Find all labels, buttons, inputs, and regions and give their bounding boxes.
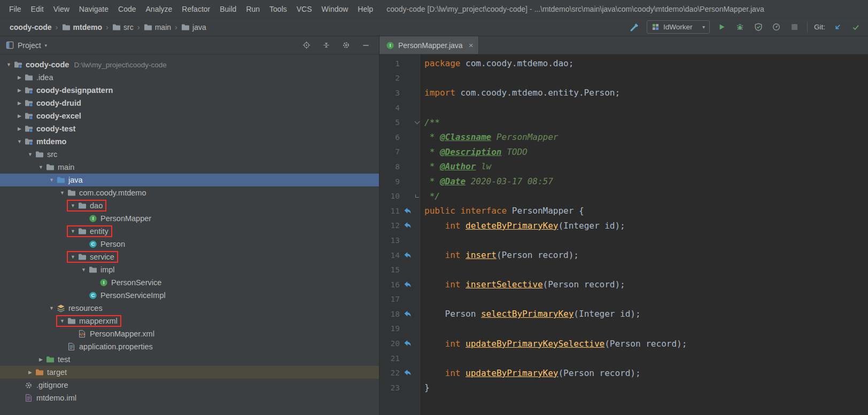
menu-navigate[interactable]: Navigate: [74, 0, 113, 18]
tree-row-test[interactable]: ▶test: [0, 353, 379, 366]
tree-row-personmapper-xml[interactable]: </>PersonMapper.xml: [0, 327, 379, 340]
tree-row-idea[interactable]: ▶.idea: [0, 71, 379, 84]
tree-row-com-coody-mtdemo[interactable]: ▼com.coody.mtdemo: [0, 186, 379, 199]
expanded-arrow-icon[interactable]: ▼: [58, 190, 67, 195]
menu-window[interactable]: Window: [317, 0, 353, 18]
code-line-23[interactable]: 23}: [379, 380, 868, 395]
tree-row-coody-excel[interactable]: ▶coody-excel: [0, 109, 379, 122]
line-number[interactable]: 4: [379, 104, 401, 112]
tree-row-resources[interactable]: ▼resources: [0, 302, 379, 315]
tree-row-personservice[interactable]: IPersonService: [0, 276, 379, 289]
settings-gear-icon[interactable]: [340, 40, 352, 51]
expanded-arrow-icon[interactable]: ▼: [68, 203, 78, 208]
tree-row-src[interactable]: ▼src: [0, 148, 379, 161]
expanded-arrow-icon[interactable]: ▼: [4, 62, 13, 67]
line-number[interactable]: 21: [379, 354, 401, 363]
menu-file[interactable]: File: [4, 0, 26, 18]
line-number[interactable]: 19: [379, 324, 401, 333]
collapsed-arrow-icon[interactable]: ▶: [36, 357, 45, 362]
line-number[interactable]: 12: [379, 221, 401, 230]
code-line-13[interactable]: 13: [379, 233, 868, 248]
menu-vcs[interactable]: VCS: [292, 0, 317, 18]
expanded-arrow-icon[interactable]: ▼: [26, 152, 35, 157]
tree-row-mtdemo-iml[interactable]: mtdemo.iml: [0, 391, 379, 404]
collapsed-arrow-icon[interactable]: ▶: [15, 75, 24, 80]
line-number[interactable]: 15: [379, 265, 401, 274]
fold-marker-end[interactable]: [414, 194, 420, 198]
line-number[interactable]: 13: [379, 236, 401, 245]
collapsed-arrow-icon[interactable]: ▶: [15, 100, 24, 106]
line-number[interactable]: 2: [379, 74, 401, 82]
code-line-17[interactable]: 17: [379, 292, 868, 307]
tree-row-service[interactable]: ▼service: [0, 250, 379, 263]
tree-row-coody-code[interactable]: ▼coody-codeD:\lw\my_project\coody-code: [0, 58, 379, 71]
tree-row-java[interactable]: ▼java: [0, 174, 379, 186]
menu-tools[interactable]: Tools: [265, 0, 292, 18]
collapse-all-button[interactable]: [320, 40, 332, 51]
menu-analyze[interactable]: Analyze: [141, 0, 177, 18]
build-hammer-icon[interactable]: [629, 21, 640, 33]
breadcrumb-item-main[interactable]: main: [142, 22, 173, 33]
collapsed-arrow-icon[interactable]: ▶: [15, 88, 24, 93]
menu-code[interactable]: Code: [113, 0, 141, 18]
line-number[interactable]: 23: [379, 383, 401, 392]
line-number[interactable]: 9: [379, 177, 401, 186]
tree-row-personserviceimpl[interactable]: CPersonServiceImpl: [0, 289, 379, 302]
vcs-commit-button[interactable]: [850, 21, 862, 33]
locate-file-button[interactable]: [300, 40, 312, 51]
hide-panel-button[interactable]: [360, 40, 371, 51]
mybatis-mapper-arrow-icon[interactable]: [401, 207, 414, 215]
collapsed-arrow-icon[interactable]: ▶: [15, 126, 24, 131]
code-line-7[interactable]: 7 * @Description TODO: [379, 145, 868, 160]
expanded-arrow-icon[interactable]: ▼: [36, 165, 45, 170]
line-number[interactable]: 22: [379, 369, 401, 377]
code-line-18[interactable]: 18 Person selectByPrimaryKey(Integer id)…: [379, 307, 868, 322]
run-button[interactable]: [716, 21, 728, 33]
tab-personmapper-java[interactable]: I PersonMapper.java ×: [379, 36, 479, 54]
tree-row-coody-druid[interactable]: ▶coody-druid: [0, 97, 379, 109]
code-line-3[interactable]: 3import com.coody.mtdemo.entity.Person;: [379, 85, 868, 100]
code-line-21[interactable]: 21: [379, 351, 868, 366]
code-line-14[interactable]: 14 int insert(Person record);: [379, 248, 868, 263]
mybatis-mapper-arrow-icon[interactable]: [401, 369, 414, 377]
mybatis-mapper-arrow-icon[interactable]: [401, 340, 414, 347]
line-number[interactable]: 18: [379, 310, 401, 318]
breadcrumb-item-mtdemo[interactable]: mtdemo: [60, 22, 104, 33]
vcs-update-button[interactable]: [832, 21, 843, 33]
tree-row-gitignore[interactable]: .gitignore: [0, 379, 379, 391]
tree-row-target[interactable]: ▶target: [0, 366, 379, 379]
code-line-1[interactable]: 1package com.coody.mtdemo.dao;: [379, 56, 868, 71]
line-number[interactable]: 17: [379, 295, 401, 303]
line-number[interactable]: 1: [379, 59, 401, 68]
menu-build[interactable]: Build: [215, 0, 241, 18]
mybatis-mapper-arrow-icon[interactable]: [401, 222, 414, 229]
line-number[interactable]: 16: [379, 280, 401, 289]
expanded-arrow-icon[interactable]: ▼: [58, 318, 67, 324]
stop-button[interactable]: [789, 21, 801, 33]
breadcrumb-item-src[interactable]: src: [110, 22, 136, 33]
debug-button[interactable]: [734, 21, 746, 33]
code-line-9[interactable]: 9 * @Date 2020-03-17 08:57: [379, 174, 868, 189]
expanded-arrow-icon[interactable]: ▼: [68, 254, 78, 260]
expanded-arrow-icon[interactable]: ▼: [79, 267, 88, 272]
code-line-11[interactable]: 11public interface PersonMapper {: [379, 203, 868, 218]
project-panel-title[interactable]: Project: [18, 41, 41, 50]
line-number[interactable]: 14: [379, 251, 401, 260]
chevron-down-icon[interactable]: ▾: [45, 43, 48, 48]
code-line-5[interactable]: 5/**: [379, 115, 868, 130]
expanded-arrow-icon[interactable]: ▼: [47, 306, 56, 311]
expanded-arrow-icon[interactable]: ▼: [47, 177, 56, 183]
code-line-16[interactable]: 16 int insertSelective(Person record);: [379, 277, 868, 292]
line-number[interactable]: 7: [379, 147, 401, 156]
collapsed-arrow-icon[interactable]: ▶: [26, 370, 35, 375]
collapsed-arrow-icon[interactable]: ▶: [15, 113, 24, 119]
tree-row-impl[interactable]: ▼impl: [0, 263, 379, 276]
tree-row-application-properties[interactable]: application.properties: [0, 340, 379, 353]
mybatis-mapper-arrow-icon[interactable]: [401, 281, 414, 288]
code-line-12[interactable]: 12 int deleteByPrimaryKey(Integer id);: [379, 218, 868, 233]
mybatis-mapper-arrow-icon[interactable]: [401, 310, 414, 318]
breadcrumb-item-coody-code[interactable]: coody-code: [7, 22, 54, 33]
expanded-arrow-icon[interactable]: ▼: [15, 139, 24, 144]
code-line-15[interactable]: 15: [379, 262, 868, 277]
coverage-button[interactable]: [753, 21, 764, 33]
